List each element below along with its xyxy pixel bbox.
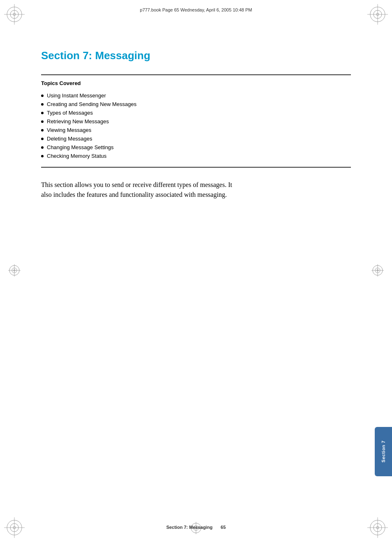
list-item: Changing Message Settings [41, 143, 351, 152]
body-paragraph: This section allows you to send or recei… [41, 180, 238, 200]
list-item: Deleting Messages [41, 134, 351, 143]
corner-mark-tr [367, 4, 388, 25]
bullet-icon [41, 112, 44, 114]
section-title: Section 7: Messaging [41, 49, 351, 62]
section-tab: Section 7 [375, 427, 392, 476]
footer-label: Section 7: Messaging [166, 525, 212, 530]
header-text: p777.book Page 65 Wednesday, April 6, 20… [140, 7, 252, 12]
corner-mark-tl [4, 4, 25, 25]
bullet-icon [41, 120, 44, 123]
list-item: Retrieving New Messages [41, 117, 351, 126]
list-item: Types of Messages [41, 108, 351, 117]
header-bar: p777.book Page 65 Wednesday, April 6, 20… [41, 7, 351, 12]
bullet-icon [41, 138, 44, 140]
bullet-icon [41, 95, 44, 97]
bullet-icon [41, 129, 44, 131]
page: p777.book Page 65 Wednesday, April 6, 20… [0, 0, 392, 542]
section-tab-label: Section 7 [381, 441, 386, 462]
bullet-icon [41, 103, 44, 106]
footer-page-number: 65 [221, 525, 226, 530]
list-item: Checking Memory Status [41, 152, 351, 160]
content-area: Section 7: Messaging Topics Covered Usin… [41, 25, 351, 509]
topics-heading: Topics Covered [41, 80, 351, 86]
mid-mark-left [8, 264, 21, 278]
mid-mark-right [371, 264, 384, 278]
bullet-icon [41, 146, 44, 149]
list-item: Creating and Sending New Messages [41, 100, 351, 108]
topics-box: Topics Covered Using Instant Messenger C… [41, 74, 351, 168]
footer: Section 7: Messaging 65 [41, 525, 351, 530]
topics-list: Using Instant Messenger Creating and Sen… [41, 91, 351, 160]
list-item: Using Instant Messenger [41, 91, 351, 100]
corner-mark-br [367, 517, 388, 538]
bullet-icon [41, 155, 44, 157]
list-item: Viewing Messages [41, 126, 351, 134]
corner-mark-bl [4, 517, 25, 538]
